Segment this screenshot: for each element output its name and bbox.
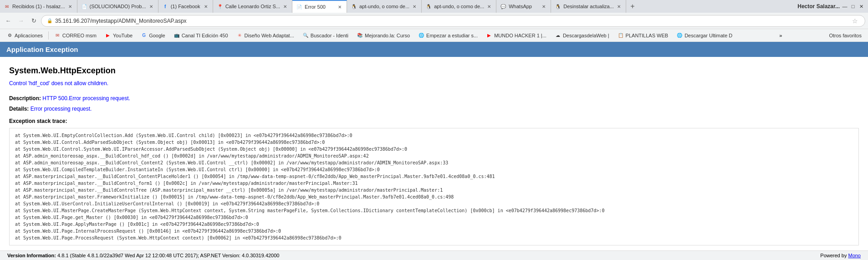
bookmark-mundo-hacker[interactable]: ▶ MUNDO HACKER 1 |... [482,31,550,40]
tab-label-des: Desinstalar actualiza... [563,4,614,9]
tab-bar: ✉ Recibidos (1) - hsalaz... ✕ 📄 (SOLUCIO… [0,0,868,13]
bookmark-empezar-label: Empezar a estudiar s... [426,33,478,38]
bookmark-canal-ti[interactable]: 📺 Canal TI Edición 450 [170,31,232,40]
bookmark-empezar[interactable]: 🌐 Empezar a estudiar s... [414,31,481,40]
app-exception-title: Application Exception [6,46,78,53]
tab-facebook[interactable]: f (1) Facebook ✕ [158,0,213,13]
tab-label-sol: (SOLUCIONADO) Prob... [90,4,146,9]
bookmark-empezar-icon: 🌐 [418,32,424,39]
bookmark-plantillas-icon: 📋 [618,32,624,39]
tab-desinstalar[interactable]: 🐧 Desinstalar actualiza... ✕ [551,0,626,13]
error-title: System.Web.HttpException [9,64,859,77]
other-favorites-label: Otros favoritos [829,33,862,38]
tab-favicon-des: 🐧 [555,3,561,10]
bookmark-diseno[interactable]: ✳ Diseño Web Adaptat... [233,31,298,40]
maximize-button[interactable]: □ [850,3,856,10]
stack-trace-label: Exception stack trace: [9,117,859,126]
bookmark-buscador-label: Buscador - Identi [311,33,348,38]
reload-button[interactable]: ↻ [28,15,39,26]
tab-close-recibidos[interactable]: ✕ [67,3,73,10]
bookmark-separator-1 [48,31,49,40]
navigation-bar: ← → ↻ 🔒 35.161.96.207/mytestapp/ADMIN_Mo… [0,13,868,29]
tab-favicon-mail: ✉ [4,3,10,10]
other-favorites[interactable]: Otros favoritos [825,32,865,39]
forward-button[interactable]: → [15,15,26,26]
tab-error500[interactable]: 📄 Error 500 ✕ [292,0,347,13]
bookmark-buscador-icon: 🔍 [302,32,309,39]
bookmark-diseno-label: Diseño Web Adaptat... [245,33,294,38]
trace-line-9: at ASP.masterprincipal_master.FrameworkI… [15,194,853,200]
tab-favicon-maps: 📍 [217,3,223,10]
trace-line-3: at ASP.admin_monitoreosap_aspx.__BuildCo… [15,153,853,159]
bookmark-google[interactable]: G Google [137,31,168,40]
trace-line-10: at System.Web.UI.UserControl.InitializeU… [15,200,853,207]
error-subtitle: Control 'hdf_cod' does not allow childre… [9,79,859,88]
stack-trace-box: at System.Web.UI.EmptyControlCollection.… [9,128,859,245]
user-display: Hector Salazar... [797,3,840,10]
tab-close-fb[interactable]: ✕ [203,3,209,10]
trace-line-1: at System.Web.UI.Control.AddParsedSubObj… [15,139,853,146]
bookmark-ultimate-label: Descargar Ultimate D [684,33,732,38]
footer: Version Information: 4.8.1 (Stable 4.8.1… [0,250,868,253]
tab-close-wp[interactable]: ✕ [541,3,547,10]
tab-recibidos[interactable]: ✉ Recibidos (1) - hsalaz... ✕ [0,0,77,13]
tab-favicon-fb: f [162,3,168,10]
bookmark-aplicaciones-label: Aplicaciones [15,33,43,38]
tab-close-des[interactable]: ✕ [616,3,622,10]
bookmark-ultimate-icon: 🌐 [676,32,683,39]
tab-close-error[interactable]: ✕ [337,4,343,10]
bookmark-mejorando[interactable]: 📚 Mejorando.la: Curso [353,31,414,40]
description-link[interactable]: HTTP 500.Error processing request. [42,95,130,102]
bookmark-descargas[interactable]: ☁ DescargasdelaWeb | [551,31,613,40]
bookmark-correo[interactable]: ✉ CORREO msm [51,31,100,40]
bookmark-plantillas[interactable]: 📋 PLANTILLAS WEB [614,31,672,40]
tab-favicon-wp: 💬 [500,3,506,10]
tab-label-recibidos: Recibidos (1) - hsalaz... [12,4,65,9]
tab-close-apt2[interactable]: ✕ [486,3,492,10]
trace-line-7: at ASP.masterprincipal_master.__BuildCon… [15,180,853,187]
close-button[interactable]: ✕ [858,3,864,10]
tab-label-apt1: apt-undo, o como de... [359,4,409,9]
bookmark-descargar-ultimate[interactable]: 🌐 Descargar Ultimate D [673,31,736,40]
trace-line-14: at System.Web.UI.Page.InternalProcessReq… [15,228,853,235]
tab-solucionado[interactable]: 📄 (SOLUCIONADO) Prob... ✕ [77,0,158,13]
tab-close-maps[interactable]: ✕ [282,3,288,10]
address-bar[interactable]: 🔒 35.161.96.207/mytestapp/ADMIN_Monitore… [41,15,865,27]
details-row: Details: Error processing request. [9,105,859,113]
trace-line-6: at ASP.masterprincipal_master.__BuildCon… [15,173,853,180]
trace-line-8: at ASP.masterprincipal_master.__BuildCon… [15,187,853,194]
trace-line-15: at System.Web.UI.Page.ProcessRequest (Sy… [15,235,853,241]
trace-line-0: at System.Web.UI.EmptyControlCollection.… [15,132,853,139]
lock-icon: 🔒 [47,18,52,23]
app-exception-header: Application Exception [0,42,868,57]
bookmark-youtube[interactable]: ▶ YouTube [101,31,136,40]
back-button[interactable]: ← [3,15,14,26]
bookmark-buscador[interactable]: 🔍 Buscador - Identi [299,31,352,40]
bookmark-diseno-icon: ✳ [236,32,243,39]
tab-favicon-apt2: 🐧 [425,3,432,10]
bookmark-descargas-label: DescargasdelaWeb | [563,33,609,38]
new-tab-button[interactable]: + [626,0,639,13]
tab-label-fb: (1) Facebook [171,4,201,9]
tab-close-sol[interactable]: ✕ [148,3,154,10]
bookmarks-bar: ⚙ Aplicaciones ✉ CORREO msm ▶ YouTube G … [0,29,868,42]
tab-close-apt1[interactable]: ✕ [411,3,418,10]
bookmark-star-icon[interactable]: ☆ [850,16,859,25]
bookmarks-more-button[interactable]: » [776,32,785,39]
bookmark-mundo-label: MUNDO HACKER 1 |... [494,33,546,38]
tab-favicon-apt1: 🐧 [351,3,357,10]
details-link[interactable]: Error processing request. [31,106,92,112]
tab-whatsapp[interactable]: 💬 WhatsApp ✕ [496,0,551,13]
minimize-button[interactable]: — [842,3,848,10]
bookmark-plantillas-label: PLANTILLAS WEB [626,33,669,38]
tab-maps[interactable]: 📍 Calle Leonardo Ortiz S... ✕ [213,0,292,13]
tab-apt1[interactable]: 🐧 apt-undo, o como de... ✕ [347,0,422,13]
tab-apt2[interactable]: 🐧 apt-undo, o como de... ✕ [422,0,496,13]
bookmark-youtube-icon: ▶ [105,32,111,39]
tab-label-error: Error 500 [305,4,335,10]
bookmark-google-icon: G [141,32,147,39]
bookmark-google-label: Google [149,33,165,38]
bookmark-aplicaciones[interactable]: ⚙ Aplicaciones [3,31,46,40]
main-content: System.Web.HttpException Control 'hdf_co… [0,57,868,253]
bookmark-mejorando-icon: 📚 [357,32,363,39]
